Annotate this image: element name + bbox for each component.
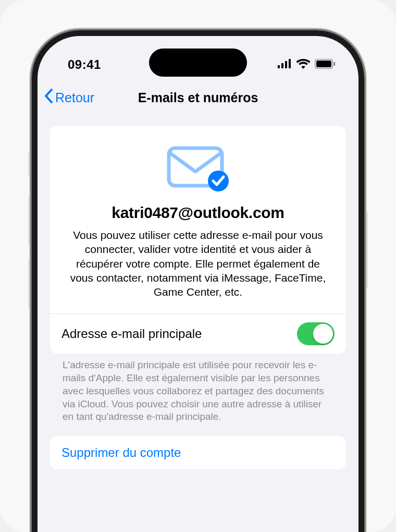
hero-section: katri0487@outlook.com Vous pouvez utilis… [50,126,346,314]
chevron-left-icon [44,88,54,107]
mail-verified-icon [166,146,230,195]
primary-email-row: Adresse e-mail principale [50,314,346,354]
svg-rect-3 [289,59,291,68]
email-address: katri0487@outlook.com [65,204,331,222]
email-card: katri0487@outlook.com Vous pouvez utilis… [50,126,346,354]
device-background: 09:41 [0,0,396,532]
back-button[interactable]: Retour [44,88,94,107]
remove-from-account-button[interactable]: Supprimer du compte [61,445,335,460]
side-button-power [364,211,367,289]
svg-rect-6 [334,62,336,66]
page-title: E-mails et numéros [138,90,258,105]
primary-email-label: Adresse e-mail principale [61,327,202,341]
switch-knob [313,324,333,344]
status-time: 09:41 [68,57,101,72]
status-indicators [278,59,336,71]
primary-email-toggle[interactable] [297,322,335,345]
primary-email-footer: L'adresse e-mail principale est utilisée… [50,354,346,436]
remove-card: Supprimer du compte [50,436,346,469]
back-label: Retour [55,90,94,105]
nav-bar: Retour E-mails et numéros [38,82,358,113]
side-button-volume-down [29,259,32,309]
side-button-silent [29,151,32,176]
svg-rect-1 [281,63,283,68]
svg-rect-0 [278,65,280,68]
cellular-icon [278,59,292,70]
side-button-volume-up [29,196,32,246]
svg-rect-2 [285,61,287,68]
email-description: Vous pouvez utiliser cette adresse e-mai… [65,228,331,299]
dynamic-island [149,49,247,77]
battery-icon [315,59,336,71]
svg-rect-5 [316,61,331,67]
wifi-icon [296,59,310,71]
content-area: katri0487@outlook.com Vous pouvez utilis… [38,113,358,469]
screen: 09:41 [38,36,358,532]
phone-frame-wrap: 09:41 [32,30,364,532]
